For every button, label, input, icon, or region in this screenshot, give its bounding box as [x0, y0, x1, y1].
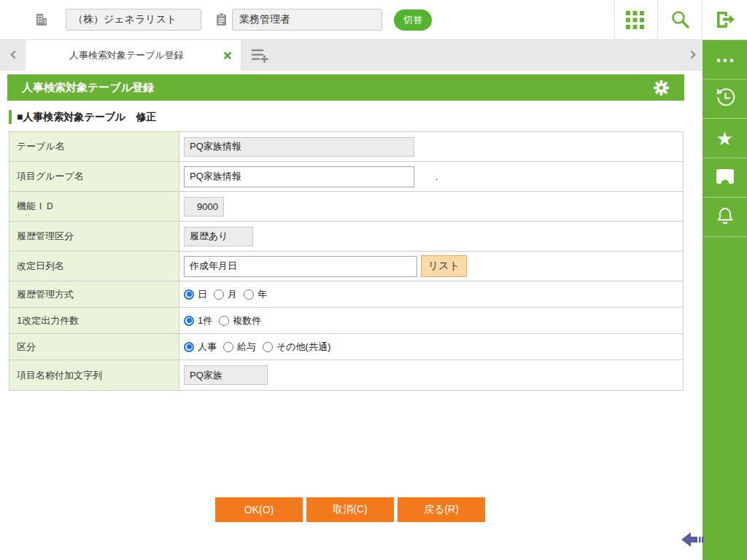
radio-option-kyuyo[interactable]: 給与 — [223, 341, 256, 354]
table-row: 項目名称付加文字列 — [9, 360, 683, 390]
table-row: 1改定出力件数 1件 複数件 — [9, 308, 683, 334]
radio-option-day[interactable]: 日 — [184, 288, 207, 301]
section-title: ■人事検索対象テーブル 修正 — [17, 111, 156, 124]
item-group-name-field[interactable] — [184, 166, 414, 187]
field-label: テーブル名 — [9, 132, 179, 161]
page-title: 人事検索対象テーブル登録 — [22, 81, 154, 95]
close-icon[interactable]: × — [214, 40, 241, 71]
back-button[interactable]: 戻る(R) — [398, 497, 485, 522]
chevron-right-icon[interactable] — [687, 50, 695, 58]
action-buttons: OK(O) 取消(C) 戻る(R) — [215, 497, 489, 522]
radio-option-other[interactable]: その他(共通) — [263, 341, 330, 354]
logout-icon[interactable] — [714, 10, 735, 29]
table-row: 項目グループ名 . — [9, 162, 683, 192]
topbar-divider — [657, 0, 658, 40]
tab-label: 人事検索対象テーブル登録 — [26, 49, 214, 62]
radio-label: 人事 — [198, 341, 217, 354]
radio-label: その他(共通) — [276, 341, 330, 354]
field-label: 履歴管理方式 — [9, 281, 179, 307]
radio-label: 日 — [198, 288, 207, 301]
history-kubun-field — [184, 227, 253, 246]
add-tab-icon[interactable] — [250, 47, 269, 66]
star-icon: ★ — [716, 129, 733, 148]
radio-icon — [223, 342, 233, 352]
table-row: 履歴管理区分 — [9, 222, 683, 252]
sidebar-item-history[interactable] — [703, 79, 747, 119]
more-icon — [716, 53, 735, 66]
top-bar: 切替 — [0, 0, 747, 40]
radio-label: 年 — [258, 288, 267, 301]
radio-label: 1件 — [198, 314, 212, 327]
radio-icon — [244, 289, 254, 300]
topbar-divider — [702, 0, 703, 40]
field-label: 機能ＩＤ — [9, 192, 179, 221]
search-icon[interactable] — [670, 9, 690, 29]
field-suffix: . — [436, 171, 438, 182]
history-icon — [714, 87, 736, 112]
gear-icon[interactable] — [653, 79, 670, 96]
switch-button[interactable]: 切替 — [394, 9, 432, 31]
radio-icon — [184, 316, 194, 326]
radio-icon — [263, 342, 273, 352]
ok-button[interactable]: OK(O) — [215, 497, 303, 522]
radio-option-multiple[interactable]: 複数件 — [219, 314, 261, 327]
item-name-suffix-field — [184, 365, 268, 385]
cancel-button[interactable]: 取消(C) — [306, 497, 394, 522]
tab-jinji-kensaku[interactable]: 人事検索対象テーブル登録 × — [26, 40, 241, 71]
page-title-bar: 人事検索対象テーブル登録 — [7, 74, 684, 101]
field-label: 区分 — [9, 334, 179, 359]
radio-label: 月 — [228, 288, 237, 301]
section-heading: ■人事検索対象テーブル 修正 — [9, 110, 156, 124]
sidebar-item-card[interactable] — [703, 158, 747, 198]
building-icon — [34, 12, 49, 30]
radio-label: 給与 — [237, 341, 256, 354]
radio-icon — [184, 289, 194, 300]
table-name-field — [184, 137, 414, 157]
list-button[interactable]: リスト — [421, 255, 467, 277]
topbar-divider — [614, 0, 615, 40]
tab-bar: 人事検索対象テーブル登録 × — [0, 40, 703, 71]
right-sidebar: ★ — [703, 40, 747, 560]
radio-option-month[interactable]: 月 — [214, 288, 237, 301]
section-accent-bar — [9, 110, 12, 124]
table-row: 履歴管理方式 日 月 年 — [9, 281, 683, 308]
radio-icon — [184, 342, 194, 352]
sidebar-item-notifications[interactable] — [703, 198, 747, 237]
function-id-field — [184, 197, 224, 217]
field-label: 項目名称付加文字列 — [9, 360, 179, 390]
chevron-left-icon[interactable] — [10, 50, 18, 58]
field-label: 改定日列名 — [9, 252, 179, 281]
radio-icon — [214, 289, 224, 300]
bell-icon — [715, 206, 735, 229]
table-row: 改定日列名 リスト — [9, 252, 683, 281]
radio-icon — [219, 316, 229, 326]
radio-option-single[interactable]: 1件 — [184, 314, 212, 327]
sidebar-item-favorites[interactable]: ★ — [703, 119, 747, 158]
card-icon — [715, 168, 735, 188]
table-row: 機能ＩＤ — [9, 192, 683, 222]
field-label: 項目グループ名 — [9, 162, 179, 191]
sidebar-item-more[interactable] — [703, 40, 747, 79]
radio-option-jinji[interactable]: 人事 — [184, 341, 217, 354]
collapse-arrow-icon[interactable] — [681, 530, 705, 552]
revision-date-column-field[interactable] — [184, 256, 417, 277]
field-label: 1改定出力件数 — [9, 308, 179, 333]
clipboard-icon — [215, 12, 228, 30]
grid-icon[interactable] — [625, 10, 645, 30]
field-label: 履歴管理区分 — [9, 222, 179, 251]
company-input[interactable] — [66, 9, 201, 31]
radio-label: 複数件 — [233, 314, 261, 327]
radio-option-year[interactable]: 年 — [244, 288, 267, 301]
table-row: 区分 人事 給与 その他(共通) — [9, 334, 683, 360]
table-row: テーブル名 — [9, 132, 683, 162]
form-table: テーブル名 項目グループ名 . 機能ＩＤ 履歴管理区分 改定日列名 リスト 履歴… — [9, 131, 684, 391]
role-input[interactable] — [232, 9, 382, 31]
